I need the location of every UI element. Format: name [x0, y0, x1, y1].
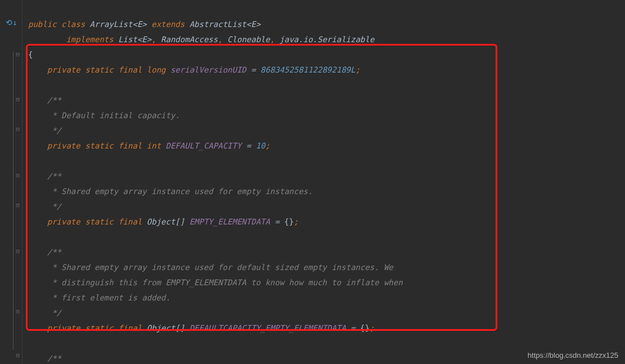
code-line [28, 336, 625, 351]
code-line: private static final int DEFAULT_CAPACIT… [28, 138, 625, 154]
code-line: * first element is added. [28, 290, 625, 305]
code-line: * Shared empty array instance used for e… [28, 184, 625, 199]
code-line: /** [28, 93, 625, 108]
code-editor[interactable]: ⟲↓ ⊟ ⊟ ⊟ ⊟ ⊟ ⊟ ⊟ ⊟ public class ArrayLis… [0, 0, 625, 364]
code-area[interactable]: public class ArrayList<E> extends Abstra… [23, 0, 625, 364]
fold-icon[interactable]: ⊟ [16, 248, 20, 255]
code-line: { [28, 47, 625, 62]
fold-icon[interactable]: ⊟ [16, 96, 20, 103]
code-line: */ [28, 199, 625, 214]
code-line: private static final Object[] EMPTY_ELEM… [28, 214, 625, 230]
code-line: /** [28, 169, 625, 184]
fold-icon[interactable]: ⊟ [16, 352, 20, 359]
fold-icon[interactable]: ⊟ [16, 51, 20, 58]
code-line [28, 78, 625, 93]
code-line: */ [28, 123, 625, 138]
code-line: */ [28, 305, 625, 321]
code-line: implements List<E>, RandomAccess, Clonea… [28, 32, 625, 47]
code-line: /** [28, 245, 625, 260]
fold-icon[interactable]: ⊟ [16, 201, 20, 209]
code-line: private static final Object[] DEFAULTCAP… [28, 321, 625, 336]
override-icon[interactable]: ⟲↓ [6, 18, 17, 27]
watermark: https://blog.csdn.net/zzx125 [528, 351, 618, 359]
code-line [28, 154, 625, 169]
fold-icon[interactable]: ⊟ [16, 172, 20, 179]
code-line: * Default initial capacity. [28, 108, 625, 123]
code-line: * distinguish this from EMPTY_ELEMENTDAT… [28, 275, 625, 290]
code-line: private static final long serialVersionU… [28, 62, 625, 78]
fold-icon[interactable]: ⊟ [16, 308, 20, 315]
code-line: public class ArrayList<E> extends Abstra… [28, 17, 625, 32]
code-line [28, 230, 625, 245]
code-line: * Shared empty array instance used for d… [28, 260, 625, 275]
gutter: ⟲↓ ⊟ ⊟ ⊟ ⊟ ⊟ ⊟ ⊟ ⊟ [0, 0, 23, 364]
fold-line [13, 52, 14, 350]
fold-icon[interactable]: ⊟ [16, 125, 20, 133]
